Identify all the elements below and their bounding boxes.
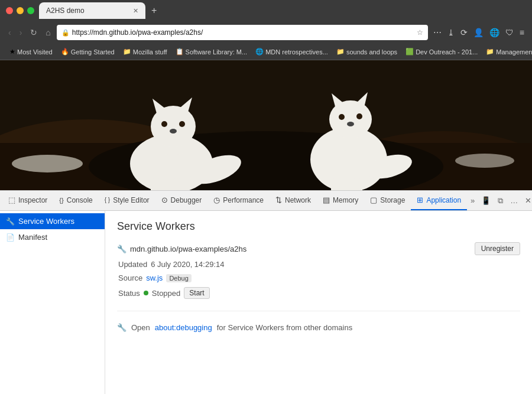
minimize-button[interactable] [17, 7, 24, 14]
bookmarks-bar: ★ Most Visited 🔥 Getting Started 📁 Mozil… [0, 44, 532, 60]
source-label: Source [118, 273, 142, 282]
bookmark-sounds-loops[interactable]: 📁 sounds and loops [333, 47, 401, 57]
storage-icon: ▢ [370, 196, 377, 204]
tab-console[interactable]: {} Console [53, 191, 98, 210]
tab-storage-label: Storage [380, 196, 405, 204]
sidebar-item-service-workers[interactable]: 🔧 Service Workers [0, 213, 105, 229]
extensions-icon[interactable]: ⋯ [432, 27, 443, 38]
manifest-icon: 📄 [6, 233, 15, 242]
service-worker-entry: 🔧 mdn.github.io/pwa-examples/a2hs Unregi… [117, 242, 520, 311]
bookmark-management[interactable]: 📁 Management stuff [482, 47, 532, 57]
more-options-icon[interactable]: … [507, 195, 521, 207]
wrench-icon: 🔧 [117, 323, 126, 332]
downloads-icon[interactable]: ⤓ [446, 27, 456, 38]
tab-close-icon[interactable]: ✕ [133, 7, 138, 15]
svg-point-15 [170, 129, 177, 133]
getting-started-icon: 🔥 [61, 48, 69, 56]
debugging-section: 🔧 Open about:debugging for Service Worke… [117, 323, 520, 332]
service-workers-icon: 🔧 [6, 217, 15, 226]
security-icon: 🔒 [61, 29, 70, 37]
performance-icon: ◷ [213, 196, 220, 204]
unregister-button[interactable]: Unregister [475, 242, 520, 255]
tab-style-editor[interactable]: { } Style Editor [99, 191, 155, 210]
mdn-retro-icon: 🌐 [255, 48, 264, 56]
toolbar-icons: ⋯ ⤓ ⟳ 👤 🌐 🛡 ≡ [432, 27, 526, 38]
sidebar-service-workers-label: Service Workers [18, 217, 74, 226]
tab-application[interactable]: ⊞ Application [411, 191, 467, 210]
bookmark-mdn-retrospectives[interactable]: 🌐 MDN retrospectives... [252, 47, 332, 57]
application-icon: ⊞ [417, 196, 423, 204]
detach-icon[interactable]: ⧉ [495, 195, 506, 207]
bookmark-mozilla-stuff[interactable]: 📁 Mozilla stuff [119, 47, 171, 57]
management-icon: 📁 [486, 48, 494, 56]
sw-source-row: Source sw.js Debug [117, 273, 520, 282]
bookmark-label: MDN retrospectives... [265, 48, 328, 56]
bookmark-software-library[interactable]: 📋 Software Library: M... [172, 47, 251, 57]
tab-performance[interactable]: ◷ Performance [207, 191, 270, 210]
tab-debugger-label: Debugger [171, 196, 202, 204]
close-devtools-icon[interactable]: ✕ [522, 195, 532, 207]
updated-label: Updated [118, 260, 147, 269]
sw-origin: 🔧 mdn.github.io/pwa-examples/a2hs [117, 245, 246, 253]
debugger-icon: ⊙ [161, 196, 168, 204]
address-bar: ‹ › ↻ ⌂ 🔒 https://mdn.github.io/pwa-exam… [0, 21, 532, 44]
status-label: Status [118, 289, 140, 298]
forward-button[interactable]: › [17, 27, 25, 38]
responsive-design-icon[interactable]: 📱 [478, 195, 494, 207]
debugging-text-after: for Service Workers from other domains [217, 323, 353, 332]
treestyle-icon[interactable]: 🌐 [488, 27, 501, 38]
refresh-button[interactable]: ↻ [28, 27, 40, 38]
tab-network[interactable]: ⇅ Network [270, 191, 317, 210]
profile-icon[interactable]: 👤 [472, 27, 485, 38]
devtools-actions: 📱 ⧉ … ✕ [478, 195, 532, 207]
status-dot [144, 291, 148, 295]
start-button[interactable]: Start [184, 287, 209, 299]
about-debugging-link[interactable]: about:debugging [155, 323, 212, 332]
status-value: Stopped [152, 289, 180, 298]
software-library-icon: 📋 [176, 48, 184, 56]
sync-icon[interactable]: ⟳ [459, 27, 469, 38]
addon1-icon[interactable]: 🛡 [504, 27, 515, 38]
svg-point-26 [347, 122, 354, 126]
debug-button[interactable]: Debug [166, 274, 191, 282]
sw-status-row: Status Stopped Start [117, 287, 520, 299]
console-icon: {} [59, 197, 63, 204]
bookmark-star-icon[interactable]: ☆ [417, 28, 423, 37]
bookmark-getting-started[interactable]: 🔥 Getting Started [57, 47, 118, 57]
back-button[interactable]: ‹ [6, 27, 14, 38]
devtools-main: Service Workers 🔧 mdn.github.io/pwa-exam… [105, 211, 532, 394]
svg-rect-16 [151, 178, 161, 190]
bookmark-label: Dev Outreach - 201... [416, 48, 478, 56]
tab-console-label: Console [67, 196, 93, 204]
sidebar-item-manifest[interactable]: 📄 Manifest [0, 229, 105, 245]
url-bar[interactable]: 🔒 https://mdn.github.io/pwa-examples/a2h… [57, 25, 428, 40]
svg-point-25 [356, 113, 362, 119]
sidebar-manifest-label: Manifest [18, 233, 47, 242]
style-editor-icon: { } [105, 197, 110, 203]
devtools-overflow-button[interactable]: » [467, 196, 478, 205]
devtools-panel: ⬚ Inspector {} Console { } Style Editor … [0, 190, 532, 394]
url-text: https://mdn.github.io/pwa-examples/a2hs/ [72, 28, 414, 37]
debugging-text-before: Open [131, 323, 150, 332]
menu-icon[interactable]: ≡ [518, 27, 526, 38]
maximize-button[interactable] [27, 7, 34, 14]
page-title: Service Workers [117, 220, 520, 233]
bookmark-dev-outreach[interactable]: 🟩 Dev Outreach - 201... [402, 47, 481, 57]
home-button[interactable]: ⌂ [43, 27, 53, 38]
browser-tab[interactable]: A2HS demo ✕ [39, 2, 145, 19]
tab-inspector[interactable]: ⬚ Inspector [2, 191, 53, 210]
sounds-loops-icon: 📁 [336, 48, 345, 56]
tab-storage[interactable]: ▢ Storage [364, 191, 411, 210]
title-bar: A2HS demo ✕ + [0, 0, 532, 21]
network-icon: ⇅ [275, 196, 282, 204]
devtools-sidebar: 🔧 Service Workers 📄 Manifest [0, 211, 105, 394]
new-tab-button[interactable]: + [149, 5, 159, 16]
tab-debugger[interactable]: ⊙ Debugger [155, 191, 208, 210]
bookmark-label: Software Library: M... [186, 48, 248, 56]
bookmark-most-visited[interactable]: ★ Most Visited [6, 47, 56, 57]
bookmark-label: Management stuff [496, 48, 532, 56]
source-file-link[interactable]: sw.js [146, 273, 163, 282]
tab-memory[interactable]: ▤ Memory [317, 191, 364, 210]
close-button[interactable] [6, 7, 13, 14]
background-scene [0, 60, 532, 190]
